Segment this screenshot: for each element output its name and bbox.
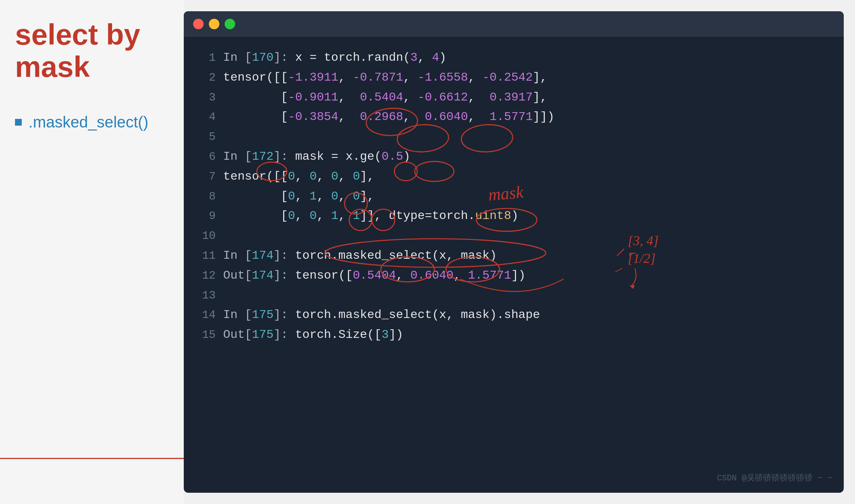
code-line-7: 7 tensor([[0, 0, 0, 0], xyxy=(199,167,829,187)
line-content xyxy=(223,226,829,246)
terminal-window: 1 In [170]: x = torch.randn(3, 4) 2 tens… xyxy=(184,11,844,493)
line-number: 15 xyxy=(199,326,216,345)
line-number: 3 xyxy=(199,88,216,107)
code-line-11: 11 In [174]: torch.masked_select(x, mask… xyxy=(199,246,829,266)
line-number: 7 xyxy=(199,168,216,186)
line-content: [0, 1, 0, 0], xyxy=(223,187,829,207)
line-content: Out[174]: tensor([0.5404, 0.6040, 1.5771… xyxy=(223,266,829,286)
bullet-item: .masked_select() xyxy=(15,113,169,131)
page-title: select by mask xyxy=(15,19,169,83)
code-line-4: 4 [-0.3854, 0.2968, 0.6040, 1.5771]]) xyxy=(199,107,829,127)
code-line-8: 8 [0, 1, 0, 0], xyxy=(199,187,829,207)
left-panel: select by mask .masked_select() xyxy=(0,0,184,504)
code-line-2: 2 tensor([[-1.3911, -0.7871, -1.6558, -0… xyxy=(199,68,829,88)
code-line-5: 5 xyxy=(199,127,829,147)
line-content: [0, 0, 1, 1]], dtype=torch.uint8) xyxy=(223,206,829,226)
code-line-12: 12 Out[174]: tensor([0.5404, 0.6040, 1.5… xyxy=(199,266,829,286)
code-line-9: 9 [0, 0, 1, 1]], dtype=torch.uint8) xyxy=(199,206,829,226)
line-number: 14 xyxy=(199,306,216,325)
line-number: 5 xyxy=(199,128,216,147)
code-line-15: 15 Out[175]: torch.Size([3]) xyxy=(199,325,829,345)
close-button[interactable] xyxy=(193,19,204,29)
bullet-icon xyxy=(15,119,22,126)
maximize-button[interactable] xyxy=(225,19,235,29)
line-number: 1 xyxy=(199,49,216,68)
line-content: [-0.3854, 0.2968, 0.6040, 1.5771]]) xyxy=(223,107,829,127)
line-content: In [172]: mask = x.ge(0.5) xyxy=(223,147,829,167)
line-content: In [175]: torch.masked_select(x, mask).s… xyxy=(223,305,829,325)
terminal-body: 1 In [170]: x = torch.randn(3, 4) 2 tens… xyxy=(184,37,844,493)
code-line-1: 1 In [170]: x = torch.randn(3, 4) xyxy=(199,48,829,68)
code-line-3: 3 [-0.9011, 0.5404, -0.6612, 0.3917], xyxy=(199,88,829,108)
line-number: 11 xyxy=(199,247,216,266)
line-number: 10 xyxy=(199,227,216,246)
code-line-6: 6 In [172]: mask = x.ge(0.5) xyxy=(199,147,829,167)
line-content: tensor([[0, 0, 0, 0], xyxy=(223,167,829,187)
line-content: tensor([[-1.3911, -0.7871, -1.6558, -0.2… xyxy=(223,68,829,88)
terminal-titlebar xyxy=(184,11,844,37)
line-number: 12 xyxy=(199,267,216,285)
line-content: In [170]: x = torch.randn(3, 4) xyxy=(223,48,829,68)
line-content: [-0.9011, 0.5404, -0.6612, 0.3917], xyxy=(223,88,829,108)
line-content xyxy=(223,127,829,147)
bullet-text: .masked_select() xyxy=(28,113,148,131)
line-number: 4 xyxy=(199,108,216,127)
line-number: 8 xyxy=(199,188,216,206)
divider-line xyxy=(0,458,184,459)
line-number: 2 xyxy=(199,69,216,87)
line-number: 6 xyxy=(199,148,216,166)
watermark: CSDN @吴骄骄骄骄骄骄骄 ~ ~ xyxy=(717,472,832,485)
line-number: 13 xyxy=(199,286,216,305)
line-content xyxy=(223,286,829,306)
line-content: Out[175]: torch.Size([3]) xyxy=(223,325,829,345)
line-content: In [174]: torch.masked_select(x, mask) xyxy=(223,246,829,266)
minimize-button[interactable] xyxy=(209,19,219,29)
line-number: 9 xyxy=(199,207,216,226)
code-line-13: 13 xyxy=(199,286,829,306)
code-line-10: 10 xyxy=(199,226,829,246)
code-line-14: 14 In [175]: torch.masked_select(x, mask… xyxy=(199,305,829,325)
